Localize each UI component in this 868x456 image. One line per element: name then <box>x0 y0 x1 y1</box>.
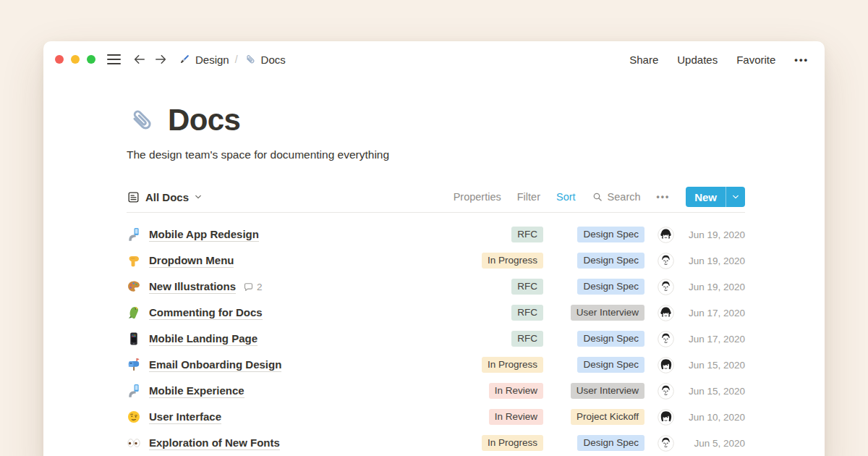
page-subtitle: The design team's space for documenting … <box>127 148 745 161</box>
title-cell: Commenting for Docs <box>127 305 469 320</box>
doc-title[interactable]: Exploration of New Fonts <box>149 436 280 450</box>
pointing-down-icon <box>127 253 141 268</box>
page-title-row: Docs <box>127 102 745 138</box>
topbar-actions: Share Updates Favorite ••• <box>629 54 809 66</box>
window-topbar: Design / Docs Share Updates Favorite ••• <box>43 41 825 77</box>
comment-count-badge[interactable]: 2 <box>243 282 263 292</box>
table-row[interactable]: Mobile App Redesign RFC Design Spec Jun … <box>127 221 745 248</box>
breadcrumb-label: Docs <box>261 54 286 66</box>
back-arrow-icon[interactable] <box>132 52 147 67</box>
doc-title[interactable]: Mobile Experience <box>149 384 244 398</box>
mailbox-icon <box>127 358 141 372</box>
status-tag[interactable]: In Review <box>489 383 543 399</box>
title-cell: Exploration of New Fonts <box>127 436 469 450</box>
title-cell: User Interface <box>127 410 469 424</box>
doc-date: Jun 17, 2020 <box>681 334 745 345</box>
search-button[interactable]: Search <box>592 191 641 203</box>
breadcrumb-item-docs[interactable]: Docs <box>244 53 286 66</box>
minimize-window-button[interactable] <box>71 55 80 64</box>
status-tag[interactable]: In Progress <box>482 253 543 269</box>
doc-date: Jun 5, 2020 <box>681 438 745 449</box>
breadcrumb-item-design[interactable]: Design <box>178 53 229 66</box>
type-tag[interactable]: User Interview <box>571 383 644 399</box>
doc-title[interactable]: Mobile App Redesign <box>149 228 259 242</box>
table-row[interactable]: Email Onboarding Design In Progress Desi… <box>127 352 745 378</box>
raised-eyebrow-face-icon <box>127 410 141 424</box>
type-tag[interactable]: Design Spec <box>577 227 644 242</box>
doc-date: Jun 15, 2020 <box>681 360 745 371</box>
doc-title[interactable]: Mobile Landing Page <box>149 332 258 346</box>
palette-icon <box>127 279 141 294</box>
chevron-down-icon <box>194 193 203 201</box>
doc-date: Jun 17, 2020 <box>681 308 745 318</box>
share-button[interactable]: Share <box>629 54 658 66</box>
history-nav <box>132 52 168 67</box>
table-row[interactable]: Dropdown Menu In Progress Design Spec Ju… <box>127 248 745 274</box>
type-tag[interactable]: Design Spec <box>577 331 644 347</box>
view-selector[interactable]: All Docs <box>127 190 203 204</box>
parrot-icon <box>127 305 141 320</box>
doc-title[interactable]: Email Onboarding Design <box>149 358 281 372</box>
table-row[interactable]: Exploration of New Fonts In Progress Des… <box>127 430 745 456</box>
filter-button[interactable]: Filter <box>517 191 540 203</box>
status-tag[interactable]: RFC <box>511 305 543 321</box>
title-cell: Dropdown Menu <box>127 253 469 268</box>
breadcrumb-label: Design <box>195 54 229 66</box>
updates-button[interactable]: Updates <box>677 54 718 66</box>
search-icon <box>592 191 603 203</box>
paintbrush-icon <box>178 53 191 66</box>
more-options-icon[interactable]: ••• <box>794 54 809 65</box>
table-row[interactable]: User Interface In Review Project Kickoff… <box>127 404 745 430</box>
mobile-phone-icon <box>127 332 141 346</box>
new-button-dropdown[interactable] <box>726 187 745 207</box>
doc-title[interactable]: Commenting for Docs <box>149 306 263 320</box>
table-row[interactable]: Mobile Experience In Review User Intervi… <box>127 378 745 404</box>
title-cell: Mobile Landing Page <box>127 332 469 346</box>
type-tag[interactable]: Design Spec <box>577 253 644 269</box>
avatar-man <box>658 383 674 400</box>
doc-title[interactable]: Dropdown Menu <box>149 254 234 268</box>
document-list-icon <box>127 190 140 204</box>
app-window: Design / Docs Share Updates Favorite •••… <box>43 41 825 456</box>
sidebar-toggle-icon[interactable] <box>107 54 121 64</box>
doc-title[interactable]: User Interface <box>149 410 221 424</box>
status-tag[interactable]: RFC <box>511 331 543 347</box>
type-tag[interactable]: Project Kickoff <box>571 409 644 425</box>
doc-date: Jun 19, 2020 <box>681 256 745 266</box>
comment-bubble-icon <box>243 282 254 292</box>
favorite-button[interactable]: Favorite <box>736 54 775 66</box>
status-tag[interactable]: In Review <box>489 409 543 425</box>
sort-button[interactable]: Sort <box>556 191 576 203</box>
avatar-woman-headphones <box>658 227 674 243</box>
avatar-man <box>658 435 674 452</box>
title-cell: Mobile Experience <box>127 384 469 398</box>
new-button[interactable]: New <box>686 187 745 207</box>
page-content: Docs The design team's space for documen… <box>127 102 745 456</box>
type-tag[interactable]: Design Spec <box>577 435 644 451</box>
doc-date: Jun 19, 2020 <box>681 229 745 240</box>
avatar-man <box>658 331 674 347</box>
avatar-man <box>658 253 674 269</box>
eyes-icon <box>127 436 141 450</box>
table-row[interactable]: Commenting for Docs RFC User Interview J… <box>127 300 745 326</box>
type-tag[interactable]: User Interview <box>571 305 644 321</box>
table-divider <box>127 212 745 213</box>
type-tag[interactable]: Design Spec <box>577 357 644 373</box>
close-window-button[interactable] <box>55 55 64 64</box>
status-tag[interactable]: RFC <box>511 227 543 242</box>
chevron-down-icon <box>731 193 740 201</box>
table-row[interactable]: New Illustrations 2 RFC Design Spec Jun … <box>127 274 745 300</box>
forward-arrow-icon[interactable] <box>153 52 168 67</box>
title-cell: New Illustrations 2 <box>127 279 469 294</box>
table-row[interactable]: Mobile Landing Page RFC Design Spec Jun … <box>127 326 745 352</box>
status-tag[interactable]: RFC <box>511 279 543 295</box>
title-cell: Mobile App Redesign <box>127 227 469 242</box>
status-tag[interactable]: In Progress <box>482 357 543 373</box>
properties-button[interactable]: Properties <box>454 191 501 203</box>
doc-title[interactable]: New Illustrations <box>149 280 236 294</box>
toolbar-more-icon[interactable]: ••• <box>657 192 671 202</box>
zoom-window-button[interactable] <box>87 55 95 64</box>
status-tag[interactable]: In Progress <box>482 435 543 451</box>
type-tag[interactable]: Design Spec <box>577 279 644 295</box>
search-label: Search <box>608 191 641 203</box>
